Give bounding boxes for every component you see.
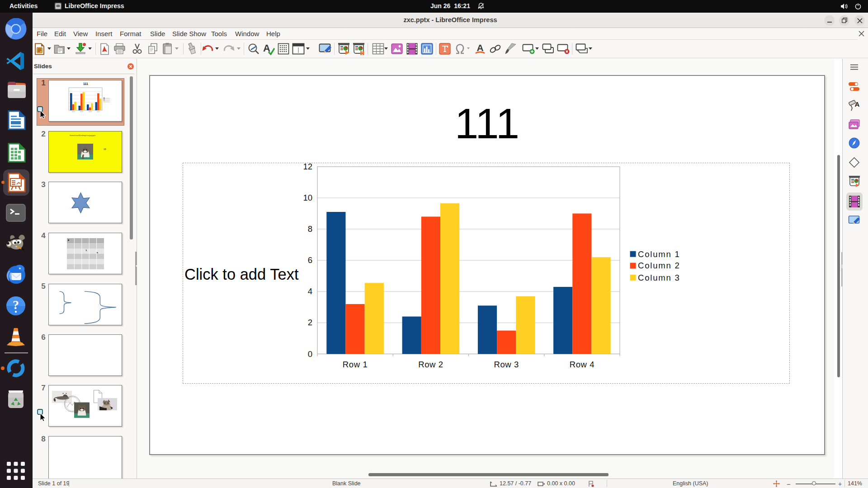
svg-text:Row 1: Row 1 xyxy=(343,360,368,369)
svg-text:4: 4 xyxy=(308,286,312,296)
svg-text:8: 8 xyxy=(308,224,312,234)
svg-text:Column 2: Column 2 xyxy=(105,99,110,101)
svg-text:Row 1: Row 1 xyxy=(72,111,75,113)
svg-text:0: 0 xyxy=(308,349,312,359)
svg-text:?: ? xyxy=(13,298,19,312)
svg-text:Column 3: Column 3 xyxy=(638,273,680,282)
svg-text:Row 4: Row 4 xyxy=(570,360,594,369)
svg-text:Column 3: Column 3 xyxy=(105,101,110,103)
svg-text:6: 6 xyxy=(308,255,312,265)
svg-text:Column 1: Column 1 xyxy=(638,249,680,259)
svg-text:Row 2: Row 2 xyxy=(418,360,443,369)
svg-text:Column 2: Column 2 xyxy=(638,261,680,270)
svg-text:Row 2: Row 2 xyxy=(80,111,84,113)
svg-text:12: 12 xyxy=(303,162,312,171)
svg-text:2: 2 xyxy=(308,318,312,327)
svg-text:Row 3: Row 3 xyxy=(89,111,92,113)
svg-text:10: 10 xyxy=(303,193,312,202)
svg-text:Row 4: Row 4 xyxy=(97,111,100,113)
svg-text:A: A xyxy=(855,100,860,108)
svg-text:A: A xyxy=(476,42,483,53)
svg-text:Row 3: Row 3 xyxy=(494,360,519,369)
svg-text:Column 1: Column 1 xyxy=(105,98,110,99)
